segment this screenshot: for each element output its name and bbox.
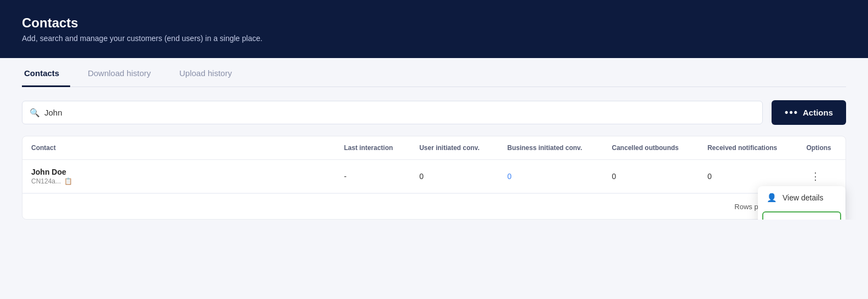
contact-id-row: CN124a... 📋 — [31, 177, 327, 185]
cell-cancelled-outbounds: 0 — [603, 160, 699, 193]
contacts-table: Contact Last interaction User initiated … — [22, 136, 846, 220]
page-subtitle: Add, search and manage your customers (e… — [22, 34, 846, 43]
col-user-initiated: User initiated conv. — [410, 136, 499, 160]
context-menu: 👤 View details 🗑 Delete — [758, 186, 846, 220]
col-options: Options — [797, 136, 846, 160]
contact-id: CN124a... — [31, 177, 61, 185]
col-business-initiated: Business initiated conv. — [499, 136, 603, 160]
table-row: John Doe CN124a... 📋 - 0 0 0 — [22, 160, 846, 193]
row-options-button[interactable]: ⋮ — [806, 168, 825, 185]
cell-last-interaction: - — [335, 160, 410, 193]
actions-button[interactable]: ••• Actions — [772, 100, 846, 125]
view-details-label: View details — [783, 193, 823, 202]
menu-view-details[interactable]: 👤 View details — [758, 186, 846, 209]
delete-icon: 🗑 — [770, 218, 778, 220]
page-header: Contacts Add, search and manage your cus… — [0, 0, 868, 58]
cell-options: ⋮ 👤 View details 🗑 Delete — [797, 160, 846, 193]
tab-bar: Contacts Download history Upload history — [22, 58, 846, 87]
view-details-icon: 👤 — [767, 193, 777, 203]
copy-icon[interactable]: 📋 — [64, 177, 72, 185]
cell-business-initiated: 0 — [499, 160, 603, 193]
search-input[interactable] — [22, 101, 763, 124]
page-title: Contacts — [22, 15, 846, 31]
col-contact: Contact — [22, 136, 335, 160]
cell-user-initiated: 0 — [410, 160, 499, 193]
cell-contact: John Doe CN124a... 📋 — [22, 160, 335, 193]
col-cancelled-outbounds: Cancelled outbounds — [603, 136, 699, 160]
table-header-row: Contact Last interaction User initiated … — [22, 136, 846, 160]
tab-contacts[interactable]: Contacts — [22, 59, 70, 87]
tab-upload-history[interactable]: Upload history — [177, 59, 243, 87]
contact-name: John Doe — [31, 168, 327, 176]
search-wrapper: 🔍 — [22, 101, 763, 124]
actions-dots-icon: ••• — [785, 107, 798, 118]
col-last-interaction: Last interaction — [335, 136, 410, 160]
main-content: Contacts Download history Upload history… — [0, 58, 868, 220]
delete-label: Delete — [784, 219, 806, 220]
tab-download-history[interactable]: Download history — [85, 59, 162, 87]
table-footer: Rows per page: 10 25 50 ‹ › — [22, 193, 846, 219]
menu-delete[interactable]: 🗑 Delete — [762, 211, 841, 220]
search-icon: 🔍 — [30, 108, 40, 118]
actions-label: Actions — [803, 108, 833, 117]
toolbar: 🔍 ••• Actions — [22, 100, 846, 125]
col-received-notifications: Received notifications — [699, 136, 797, 160]
